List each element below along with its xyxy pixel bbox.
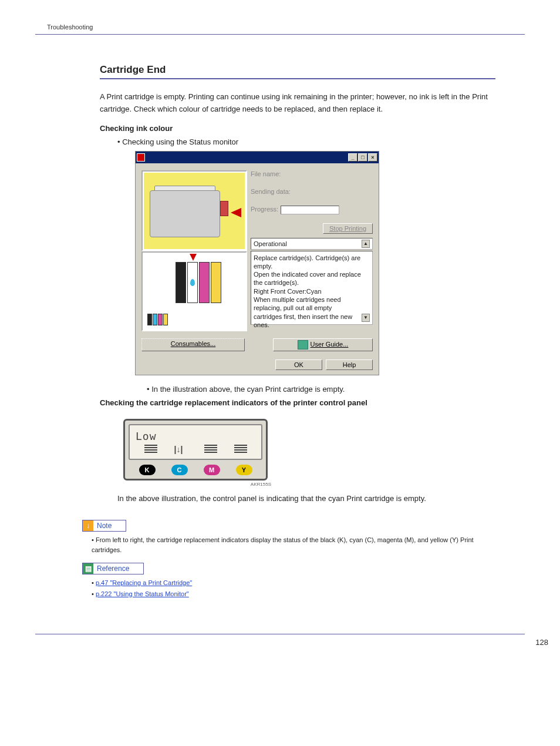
app-icon [137,153,145,162]
note-arrow-icon: ↓ [83,520,93,531]
lcd-icon-c-empty [174,445,187,454]
lcd-low-text: Low [136,430,255,442]
subheading-ink-colour: Checking ink colour [100,124,495,133]
down-arrow-icon [190,254,197,261]
caption-control-panel: In the above illustration, the control p… [117,493,495,505]
scroll-up-icon[interactable]: ▲ [362,240,370,248]
cartridge-black [176,262,186,303]
footer-rule [35,634,525,634]
page-number: 128 [35,638,548,647]
cartridge-cyan-empty [187,262,198,303]
user-guide-button[interactable]: User Guide... [273,338,373,351]
reference-callout: ▤ Reference [82,563,144,574]
status-dialog: _ □ × [135,151,379,375]
section-title: Cartridge End [100,64,495,76]
ref-link-status-monitor[interactable]: p.222 "Using the Status Monitor" [96,590,189,597]
ok-button[interactable]: OK [275,359,322,370]
lcd-icon-y [234,445,247,454]
window-controls: _ □ × [348,153,377,162]
maximize-icon[interactable]: □ [358,153,367,162]
cartridge-legend [147,314,168,325]
cartridge-magenta [199,262,210,303]
consumables-button[interactable]: Consumables... [141,338,245,351]
reference-link-2: p.222 "Using the Status Monitor" [92,589,495,599]
pill-m: M [204,465,220,475]
progress-bar [281,206,339,214]
section-rule [100,78,495,79]
file-name-label: File name: [251,170,373,177]
scroll-down-icon[interactable]: ▼ [362,314,370,322]
arrow-icon [231,208,241,217]
pill-k: K [139,465,156,475]
page-header-section: Troubleshooting [47,23,525,31]
reference-icon: ▤ [83,563,93,574]
subheading-control-panel: Checking the cartridge replacement indic… [100,398,495,407]
lcd-icon-k [144,445,157,454]
header-rule [35,34,525,35]
progress-label: Progress: [251,206,373,214]
help-button[interactable]: Help [326,359,373,370]
message-box: Replace cartridge(s). Cartridge(s) are e… [251,251,373,325]
minimize-icon[interactable]: _ [348,153,357,162]
sending-data-label: Sending data: [251,188,373,195]
ref-link-replacing[interactable]: p.47 "Replacing a Print Cartridge" [96,579,192,586]
book-icon [298,340,308,350]
page-content: Cartridge End A Print cartridge is empty… [100,64,495,505]
control-panel-illustration: Low K C M Y AKR155S [123,419,495,487]
close-icon[interactable]: × [368,153,377,162]
figure-code: AKR155S [123,482,271,487]
note-callout: ↓ Note [82,520,126,532]
pill-y: Y [236,465,252,475]
reference-link-1: p.47 "Replacing a Print Cartridge" [92,578,495,588]
status-monitor-screenshot: _ □ × [135,151,495,375]
bullet-status-monitor: Checking using the Status monitor [117,137,495,146]
lcd-icon-m [204,445,217,454]
stop-printing-button[interactable]: Stop Printing [323,223,373,234]
note-text: From left to right, the cartridge replac… [92,535,495,555]
cartridge-yellow [211,262,221,303]
printer-illustration [141,170,247,251]
status-field: Operational ▲ [251,238,373,250]
pill-c: C [171,465,188,475]
cartridge-illustration [141,251,247,331]
titlebar: _ □ × [136,152,379,163]
intro-text: A Print cartridge is empty. Printing can… [100,91,495,116]
caption-cyan-empty: In the illustration above, the cyan Prin… [147,385,495,394]
